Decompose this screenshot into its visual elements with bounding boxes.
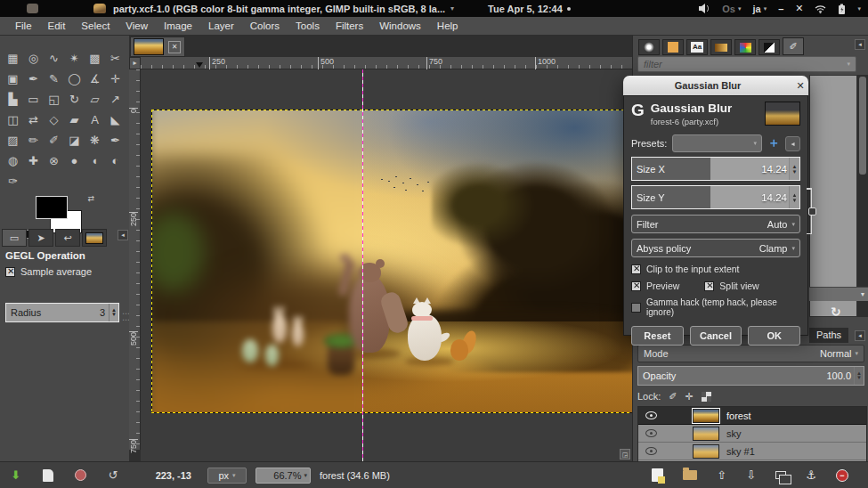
- tray-caret-icon[interactable]: ▾: [857, 5, 861, 12]
- right-dock-tab[interactable]: [662, 39, 684, 55]
- tool-button[interactable]: ◎: [23, 48, 44, 69]
- preset-menu-button[interactable]: ◂: [785, 136, 800, 151]
- menu-item[interactable]: Edit: [40, 19, 74, 33]
- size-x-spinner[interactable]: ▲▼: [789, 158, 799, 180]
- tab-paths[interactable]: Paths: [809, 328, 848, 343]
- zoom-select[interactable]: 66.7%▾: [256, 468, 311, 484]
- volume-icon[interactable]: [699, 4, 710, 13]
- menu-item[interactable]: Filters: [328, 19, 371, 33]
- save-preset-icon[interactable]: ⬇: [11, 468, 20, 482]
- left-dock-tab[interactable]: ➤: [28, 229, 53, 247]
- opacity-slider[interactable]: Opacity 100.0 ▲▼: [637, 366, 864, 386]
- image-tab-close-icon[interactable]: ✕: [168, 41, 181, 53]
- right-dock-tab[interactable]: [638, 39, 660, 55]
- presets-dropdown[interactable]: ▾: [809, 287, 868, 301]
- preview-checkbox[interactable]: [631, 281, 641, 291]
- refresh-icon[interactable]: ↻: [831, 305, 841, 319]
- tool-button[interactable]: ✏: [23, 130, 44, 150]
- tool-button[interactable]: ⊗: [44, 150, 64, 171]
- duplicate-layer-button[interactable]: [775, 471, 786, 479]
- clock[interactable]: Tue Apr 5, 12:44: [488, 4, 563, 14]
- right-dock-tab[interactable]: ✐: [783, 37, 804, 55]
- tool-button[interactable]: A: [85, 110, 105, 130]
- split-view-guide-line[interactable]: [362, 69, 363, 461]
- sample-average-checkbox[interactable]: [5, 267, 15, 277]
- sample-average-row[interactable]: Sample average: [0, 264, 129, 280]
- tool-button[interactable]: ●: [64, 150, 85, 171]
- tool-presets-list[interactable]: [809, 75, 857, 317]
- foreground-color-swatch[interactable]: [36, 196, 68, 219]
- unit-select[interactable]: px▾: [207, 468, 247, 484]
- tool-button[interactable]: ✒: [23, 69, 44, 89]
- tool-button[interactable]: ◍: [3, 150, 23, 171]
- raise-layer-button[interactable]: ⇧: [717, 468, 726, 482]
- preset-filter-input[interactable]: filter ▾: [637, 56, 856, 72]
- presets-scrollbar[interactable]: [857, 75, 868, 317]
- tool-button[interactable]: ◫: [3, 110, 23, 130]
- dock-collapse-button[interactable]: ◂: [118, 230, 128, 240]
- split-view-checkbox[interactable]: [704, 281, 714, 291]
- tool-button[interactable]: ▙: [3, 89, 23, 110]
- window-menu-caret-icon[interactable]: ▾: [450, 4, 454, 12]
- lower-layer-button[interactable]: ⇩: [746, 468, 756, 482]
- horizontal-ruler[interactable]: 2505007501000: [141, 57, 632, 69]
- tool-button[interactable]: ✐: [44, 130, 64, 150]
- canvas-viewport[interactable]: ◲: [141, 69, 632, 461]
- right-dock-tab[interactable]: Aa: [686, 39, 708, 55]
- lock-pixels-icon[interactable]: ✐: [669, 391, 677, 403]
- opacity-spinner[interactable]: ▲▼: [854, 367, 864, 385]
- menu-item[interactable]: File: [7, 19, 40, 33]
- tool-button[interactable]: ◪: [64, 130, 85, 150]
- tool-button[interactable]: ✴: [64, 48, 85, 69]
- layer-mode-select[interactable]: Mode Normal ▾: [637, 345, 864, 362]
- keyboard-layout[interactable]: ja▾: [752, 4, 767, 14]
- layer-row[interactable]: sky: [638, 425, 866, 443]
- tool-button[interactable]: ◯: [64, 69, 85, 89]
- size-y-spinner[interactable]: ▲▼: [789, 186, 799, 208]
- menu-item[interactable]: Windows: [371, 19, 429, 33]
- lock-alpha-icon[interactable]: [702, 392, 711, 402]
- tool-button[interactable]: ◱: [44, 89, 64, 110]
- size-y-slider[interactable]: Size Y 14.24 ▲▼: [631, 185, 800, 209]
- menu-item[interactable]: Colors: [242, 19, 288, 33]
- tool-button[interactable]: ◖: [85, 150, 105, 171]
- new-layer-button[interactable]: [652, 468, 663, 482]
- dialog-title-bar[interactable]: Gaussian Blur ✕: [623, 76, 808, 95]
- tool-button[interactable]: ✚: [23, 150, 44, 171]
- new-preset-icon[interactable]: [43, 469, 53, 482]
- visibility-eye-icon[interactable]: [645, 429, 657, 437]
- tool-button[interactable]: ◐: [105, 150, 126, 171]
- left-dock-tab[interactable]: ▭: [2, 229, 27, 247]
- add-preset-icon[interactable]: ＋: [767, 135, 780, 151]
- scrollbar-thumb[interactable]: [859, 77, 866, 175]
- dialog-close-icon[interactable]: ✕: [792, 80, 808, 92]
- delete-layer-button[interactable]: −: [836, 469, 848, 482]
- minimize-button[interactable]: –: [778, 4, 783, 14]
- new-group-button[interactable]: [683, 470, 697, 480]
- chain-link-icon[interactable]: [808, 207, 816, 216]
- tray-dim-item[interactable]: Os▾: [722, 4, 741, 14]
- dialog-button[interactable]: Reset: [631, 326, 684, 346]
- close-button[interactable]: ✕: [795, 3, 803, 14]
- filter-select[interactable]: Filter Auto ▾: [631, 215, 800, 233]
- dialog-button[interactable]: Cancel: [690, 326, 742, 346]
- right-dock-tab[interactable]: [734, 39, 756, 55]
- visibility-eye-icon[interactable]: [645, 447, 657, 455]
- tool-button[interactable]: ✎: [44, 69, 64, 89]
- tool-button[interactable]: ▩: [85, 48, 105, 69]
- left-dock-tab[interactable]: ↩: [55, 229, 80, 247]
- tool-button[interactable]: ▰: [64, 110, 85, 130]
- clip-checkbox[interactable]: [631, 264, 641, 274]
- menu-item[interactable]: Tools: [288, 19, 328, 33]
- tool-button[interactable]: ✂: [105, 48, 126, 69]
- menu-item[interactable]: Image: [156, 19, 200, 33]
- right-dock-tab[interactable]: [758, 39, 780, 55]
- tool-button[interactable]: ↗: [105, 89, 126, 110]
- tool-button[interactable]: ∿: [44, 48, 64, 69]
- tool-button[interactable]: ❋: [85, 130, 105, 150]
- right-dock-tab[interactable]: [710, 39, 732, 55]
- swap-colors-icon[interactable]: ⇄: [87, 194, 94, 203]
- size-x-slider[interactable]: Size X 14.24 ▲▼: [631, 157, 800, 181]
- layer-row[interactable]: forest: [638, 407, 866, 425]
- tool-button[interactable]: ✛: [105, 69, 126, 89]
